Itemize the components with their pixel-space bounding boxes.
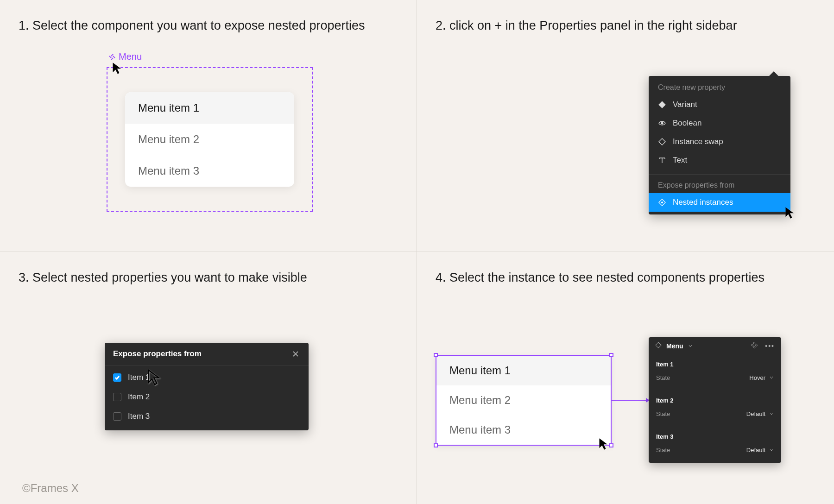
props-title-block[interactable]: Menu <box>655 342 693 350</box>
chevron-down-icon <box>769 447 774 454</box>
menu-item[interactable]: Menu item 2 <box>436 385 611 415</box>
ctx-instance-swap[interactable]: Instance swap <box>649 132 790 151</box>
menu-item[interactable]: Menu item 3 <box>125 155 294 187</box>
properties-header: Menu ••• <box>649 337 781 354</box>
props-section: Item 2 State Default <box>649 391 781 427</box>
component-icon <box>108 53 116 61</box>
step-3-title: 3. Select nested properties you want to … <box>19 271 398 285</box>
menu-card: Menu item 1 Menu item 2 Menu item 3 <box>125 92 294 187</box>
svg-rect-6 <box>659 139 665 145</box>
chevron-down-icon <box>769 410 774 417</box>
checkbox-checked[interactable] <box>113 373 121 382</box>
close-button[interactable] <box>291 349 300 359</box>
component-label-text: Menu <box>119 51 142 62</box>
expose-list: Item 1 Item 2 Item 3 <box>105 365 309 430</box>
ctx-item-label: Boolean <box>673 119 701 128</box>
properties-panel: Menu ••• Item 1 State Hover <box>649 337 781 463</box>
arrow-icon <box>612 397 650 404</box>
svg-rect-4 <box>659 101 665 108</box>
ctx-item-label: Nested instances <box>673 198 733 207</box>
ctx-subheader: Expose properties from <box>649 175 790 193</box>
svg-rect-11 <box>753 342 756 344</box>
step-1-title: 1. Select the component you want to expo… <box>19 19 398 33</box>
step-2: 2. click on + in the Properties panel in… <box>417 0 834 252</box>
component-icon[interactable] <box>751 342 758 350</box>
svg-point-8 <box>662 202 663 203</box>
ctx-item-label: Text <box>673 156 687 165</box>
expose-item[interactable]: Item 3 <box>113 412 300 421</box>
props-row-value[interactable]: Default <box>746 447 774 454</box>
ctx-header: Create new property <box>649 76 790 95</box>
selection-frame[interactable]: Menu item 1 Menu item 2 Menu item 3 <box>107 67 313 212</box>
step-1: 1. Select the component you want to expo… <box>0 0 417 252</box>
menu-item[interactable]: Menu item 2 <box>125 124 294 155</box>
svg-rect-12 <box>753 346 756 348</box>
diamond-outline-icon <box>655 342 662 350</box>
step-4-title: 4. Select the instance to see nested com… <box>436 271 815 285</box>
component-label: Menu <box>108 51 142 62</box>
svg-rect-10 <box>656 342 661 348</box>
ctx-variant[interactable]: Variant <box>649 95 790 114</box>
text-icon <box>658 156 666 164</box>
step-2-title: 2. click on + in the Properties panel in… <box>436 19 815 33</box>
context-menu: Create new property Variant Boolean Inst… <box>649 76 790 214</box>
expose-title: Expose properties from <box>113 349 202 359</box>
props-row[interactable]: State Default <box>656 445 774 456</box>
resize-handle[interactable] <box>434 443 438 447</box>
footer-credit: ©Frames X <box>22 482 79 495</box>
props-row[interactable]: State Default <box>656 409 774 420</box>
props-section: Item 1 State Hover <box>649 354 781 391</box>
props-header-actions: ••• <box>751 342 775 350</box>
resize-handle[interactable] <box>434 353 438 357</box>
checkbox-unchecked[interactable] <box>113 412 121 421</box>
props-section: Item 3 State Default <box>649 427 781 463</box>
diamond-solid-icon <box>658 101 666 109</box>
props-section-title: Item 2 <box>656 394 774 409</box>
cursor-icon <box>146 369 163 385</box>
expose-item-label: Item 3 <box>128 412 150 421</box>
menu-caret-icon <box>769 71 778 76</box>
ctx-nested-instances[interactable]: Nested instances <box>649 193 790 212</box>
step-3: 3. Select nested properties you want to … <box>0 252 417 504</box>
expose-header: Expose properties from <box>105 343 309 365</box>
expose-item[interactable]: Item 2 <box>113 392 300 402</box>
component-selection: Menu Menu item 1 Menu item 2 Menu item 3 <box>107 51 313 212</box>
svg-rect-13 <box>751 344 753 346</box>
props-row-label: State <box>656 447 670 454</box>
close-icon <box>292 350 299 358</box>
more-icon[interactable]: ••• <box>765 342 775 350</box>
checkbox-unchecked[interactable] <box>113 393 121 401</box>
cursor-icon <box>598 437 611 450</box>
diamond-outline-icon <box>658 138 666 146</box>
props-title: Menu <box>666 342 683 350</box>
tutorial-grid: 1. Select the component you want to expo… <box>0 0 834 504</box>
props-section-title: Item 3 <box>656 430 774 445</box>
expose-item[interactable]: Item 1 <box>113 373 300 382</box>
ctx-text[interactable]: Text <box>649 151 790 170</box>
expose-panel: Expose properties from Item 1 Item 2 Ite… <box>105 343 309 430</box>
chevron-down-icon <box>769 374 774 381</box>
instance-selection[interactable]: Menu item 1 Menu item 2 Menu item 3 <box>436 355 612 446</box>
cursor-icon <box>784 206 797 219</box>
props-section-title: Item 1 <box>656 358 774 372</box>
cursor-icon <box>111 62 124 75</box>
props-row-value[interactable]: Hover <box>749 374 774 381</box>
ctx-boolean[interactable]: Boolean <box>649 114 790 132</box>
props-row-label: State <box>656 374 670 381</box>
step-4: 4. Select the instance to see nested com… <box>417 252 834 504</box>
ctx-item-label: Instance swap <box>673 137 723 146</box>
menu-item[interactable]: Menu item 3 <box>436 415 611 445</box>
menu-item[interactable]: Menu item 1 <box>125 92 294 124</box>
svg-rect-14 <box>755 344 758 346</box>
nested-icon <box>658 198 666 207</box>
expose-item-label: Item 2 <box>128 392 150 402</box>
props-row-label: State <box>656 410 670 417</box>
props-row[interactable]: State Hover <box>656 372 774 384</box>
props-row-value[interactable]: Default <box>746 410 774 417</box>
resize-handle[interactable] <box>609 353 613 357</box>
menu-item[interactable]: Menu item 1 <box>436 356 611 385</box>
svg-point-5 <box>661 122 663 124</box>
eye-icon <box>658 119 666 127</box>
ctx-item-label: Variant <box>673 100 697 109</box>
chevron-down-icon <box>688 342 693 350</box>
